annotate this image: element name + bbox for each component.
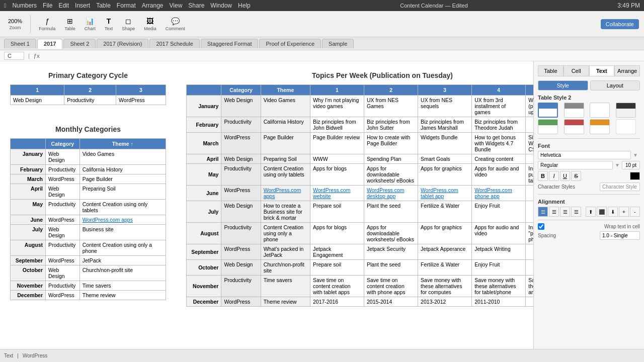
- topics-dec-w5[interactable]: [526, 297, 533, 307]
- topics-dec-cat[interactable]: WordPress: [221, 297, 261, 307]
- align-center-button[interactable]: ☰: [549, 207, 559, 217]
- ts-item-7[interactable]: [590, 119, 610, 134]
- topics-apr-w3[interactable]: Smart Goals: [418, 154, 472, 164]
- monthly-jan-month[interactable]: January: [11, 149, 46, 165]
- sheet-tab-staggered[interactable]: Staggered Format: [201, 39, 259, 48]
- topics-oct-theme[interactable]: Church/non-profit site: [261, 260, 310, 276]
- sheet-tab-2017[interactable]: 2017: [37, 39, 62, 49]
- monthly-sep-theme[interactable]: JetPack: [79, 256, 166, 265]
- font-name-selector[interactable]: Helvetica: [538, 151, 631, 159]
- monthly-feb-theme[interactable]: California History: [79, 165, 166, 174]
- monthly-nov-cat[interactable]: Productivity: [46, 281, 80, 291]
- table-button[interactable]: ⊞ Table: [61, 17, 78, 31]
- topics-mar-month[interactable]: March: [187, 133, 221, 154]
- text-button[interactable]: T Text: [102, 17, 116, 31]
- topics-apr-w4[interactable]: Creating content: [472, 154, 526, 164]
- arrange-menu[interactable]: Arrange: [142, 2, 164, 9]
- topics-jun-w1[interactable]: WordPress.com website: [310, 186, 364, 201]
- topics-sep-w1[interactable]: Jetpack Engagement: [310, 244, 364, 260]
- topics-oct-cat[interactable]: Web Design: [221, 260, 261, 276]
- monthly-may-cat[interactable]: Productivity: [46, 200, 80, 215]
- topics-aug-w5[interactable]: Inside look at my "publishing house" pho…: [526, 223, 533, 244]
- topics-feb-w3[interactable]: Biz principles from James Marshall: [418, 117, 472, 133]
- topics-may-w4[interactable]: Apps for audio and video: [472, 164, 526, 186]
- topics-jul-w3[interactable]: Fertilize & Water: [418, 201, 472, 223]
- topics-nov-w1[interactable]: Save time on content creation with table…: [310, 276, 364, 297]
- topics-oct-w2[interactable]: Plant the seed: [364, 260, 418, 276]
- topics-mar-w1[interactable]: Page Builder review: [310, 133, 364, 154]
- sheet-tab-sample[interactable]: Sample: [322, 39, 354, 48]
- monthly-mar-theme[interactable]: Page Builder: [79, 174, 166, 184]
- topics-nov-theme[interactable]: Time savers: [261, 276, 310, 297]
- topics-apr-month[interactable]: April: [187, 154, 221, 164]
- topics-dec-theme[interactable]: Theme review: [261, 297, 310, 307]
- formula-input[interactable]: [42, 53, 640, 59]
- panel-tab-cell[interactable]: Cell: [564, 65, 589, 76]
- topics-aug-theme[interactable]: Content Creation using only a phone: [261, 223, 310, 244]
- topics-mar-w3[interactable]: Widgets Bundle: [418, 133, 472, 154]
- style-tab[interactable]: Style: [538, 80, 588, 90]
- topics-oct-month[interactable]: October: [187, 260, 221, 276]
- primary-header-3[interactable]: 3: [116, 85, 166, 96]
- align-justify-button[interactable]: ☰: [571, 207, 581, 217]
- monthly-apr-cat[interactable]: Web Design: [46, 184, 80, 200]
- topics-nov-w2[interactable]: Save time on content creation with phone…: [364, 276, 418, 297]
- topics-jun-w4[interactable]: WordPress.com phone app: [472, 186, 526, 201]
- topics-jan-w4[interactable]: UX from 3rd installment of games: [472, 96, 526, 117]
- ts-item-4[interactable]: [616, 103, 636, 118]
- topics-feb-theme[interactable]: California History: [261, 117, 310, 133]
- collaborate-button[interactable]: Collaborate: [601, 19, 639, 29]
- topics-jan-w5[interactable]: Ways to add value (points, coins, level …: [526, 96, 533, 117]
- font-size-input[interactable]: 10 pt: [622, 161, 640, 169]
- monthly-sep-cat[interactable]: WordPress: [46, 256, 80, 265]
- topics-jan-w2[interactable]: UX from NES Games: [364, 96, 418, 117]
- ts-item-2[interactable]: [564, 103, 584, 118]
- monthly-jan-theme[interactable]: Video Games: [79, 149, 166, 165]
- topics-jul-w1[interactable]: Prepare soil: [310, 201, 364, 223]
- topics-nov-w5[interactable]: Save effort with these workflows and fra…: [526, 276, 533, 297]
- sheet-tab-proof[interactable]: Proof of Experience: [259, 39, 321, 48]
- monthly-mar-month[interactable]: March: [11, 174, 46, 184]
- table-menu[interactable]: Table: [96, 2, 111, 9]
- topics-feb-month[interactable]: February: [187, 117, 221, 133]
- topics-aug-cat[interactable]: Productivity: [221, 223, 261, 244]
- topics-jun-cat[interactable]: WordPress: [221, 186, 261, 201]
- topics-aug-w4[interactable]: Apps for audio and video: [472, 223, 526, 244]
- strikethrough-button[interactable]: S: [571, 171, 581, 181]
- monthly-jun-month[interactable]: June: [11, 215, 46, 225]
- help-menu[interactable]: Help: [238, 2, 251, 9]
- valign-middle-button[interactable]: ⬛: [597, 207, 607, 217]
- monthly-may-theme[interactable]: Content Creation using only tablets: [79, 200, 166, 215]
- monthly-jun-theme[interactable]: WordPress.com apps: [79, 215, 166, 225]
- topics-nov-month[interactable]: November: [187, 276, 221, 297]
- topics-sep-cat[interactable]: WordPress: [221, 244, 261, 260]
- topics-jun-w3[interactable]: WordPress.com tablet app: [418, 186, 472, 201]
- topics-may-w1[interactable]: Apps for blogs: [310, 164, 364, 186]
- topics-dec-w4[interactable]: 2011-2010: [472, 297, 526, 307]
- primary-productivity[interactable]: Productivity: [64, 96, 116, 105]
- monthly-may-month[interactable]: May: [11, 200, 46, 215]
- monthly-jul-month[interactable]: July: [11, 225, 46, 240]
- topics-dec-w1[interactable]: 2017-2016: [310, 297, 364, 307]
- topics-oct-w3[interactable]: Fertilize & Water: [418, 260, 472, 276]
- comment-button[interactable]: 💬 Comment: [163, 17, 188, 31]
- primary-web-design[interactable]: Web Design: [11, 96, 64, 105]
- topics-jun-w2[interactable]: WordPress.com desktop app: [364, 186, 418, 201]
- topics-may-theme[interactable]: Content Creation using only tablets: [261, 164, 310, 186]
- topics-dec-w2[interactable]: 2015-2014: [364, 297, 418, 307]
- topics-feb-cat[interactable]: Productivity: [221, 117, 261, 133]
- indent-button[interactable]: +: [619, 207, 629, 217]
- topics-may-w2[interactable]: Apps for downloadable worksheets/ eBooks: [364, 164, 418, 186]
- spacing-selector[interactable]: 1.0 - Single: [600, 231, 640, 240]
- monthly-oct-month[interactable]: October: [11, 265, 46, 281]
- align-right-button[interactable]: ☰: [560, 207, 570, 217]
- monthly-aug-month[interactable]: August: [11, 240, 46, 256]
- char-style-selector[interactable]: Character Style: [600, 183, 640, 191]
- topics-may-cat[interactable]: Productivity: [221, 164, 261, 186]
- topics-aug-w3[interactable]: Apps for graphics: [418, 223, 472, 244]
- topics-jun-theme[interactable]: WordPress.com apps: [261, 186, 310, 201]
- share-menu[interactable]: Share: [188, 2, 204, 9]
- topics-oct-w1[interactable]: Prepare soil: [310, 260, 364, 276]
- monthly-feb-month[interactable]: February: [11, 165, 46, 174]
- topics-nov-cat[interactable]: Productivity: [221, 276, 261, 297]
